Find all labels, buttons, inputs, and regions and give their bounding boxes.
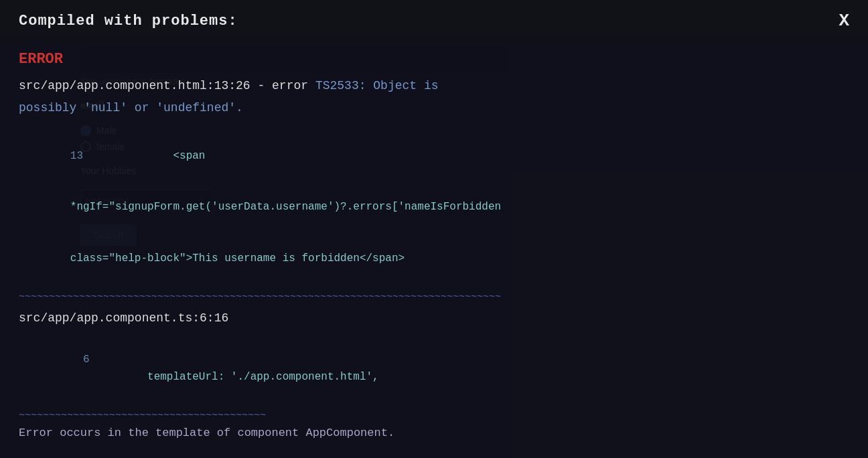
code-block-first: 13 <span *ngIf="signupForm.get('userData… [19, 131, 849, 285]
ts-error-message: possibly 'null' or 'undefined'. [19, 101, 243, 115]
error-overlay: Compiled with problems: X ERROR src/app/… [0, 0, 868, 458]
error-body: ERROR src/app/app.component.html:13:26 -… [0, 39, 868, 458]
second-code-line: 6 templateUrl: './app.component.html', [19, 334, 849, 402]
code-line-class: class="help-block">This username is forb… [19, 234, 849, 285]
file-path: src/app/app.component.html:13:26 [19, 79, 250, 92]
error-overlay-title: Compiled with problems: [19, 13, 238, 29]
first-error-file-line: src/app/app.component.html:13:26 - error… [19, 77, 849, 95]
close-button[interactable]: X [839, 12, 849, 29]
code-line-ngif: *ngIf="signupForm.get('userData.username… [19, 182, 849, 234]
code-line-num: 13 <span [19, 131, 849, 182]
second-file-path: src/app/app.component.ts:6:16 [19, 311, 228, 325]
code-span-open: <span [83, 150, 205, 162]
footer-error-text: Error occurs in the template of componen… [19, 427, 849, 439]
dash-error: - error [250, 79, 315, 92]
code-block-second: 6 templateUrl: './app.component.html', [19, 334, 849, 402]
error-header: Compiled with problems: X [0, 0, 868, 39]
divider-second: ~~~~~~~~~~~~~~~~~~~~~~~~~~~~~~~~~~~~~~~~… [19, 410, 849, 421]
first-error-block: src/app/app.component.html:13:26 - error… [19, 77, 849, 117]
error-label: ERROR [19, 51, 849, 68]
divider-first: ~~~~~~~~~~~~~~~~~~~~~~~~~~~~~~~~~~~~~~~~… [19, 291, 849, 303]
second-error-block: src/app/app.component.ts:6:16 6 template… [19, 309, 849, 421]
ts-error-message-line: possibly 'null' or 'undefined'. [19, 99, 849, 117]
second-file-ref-line: src/app/app.component.ts:6:16 [19, 309, 849, 327]
ts-error-code: TS2533: Object is [315, 79, 439, 92]
